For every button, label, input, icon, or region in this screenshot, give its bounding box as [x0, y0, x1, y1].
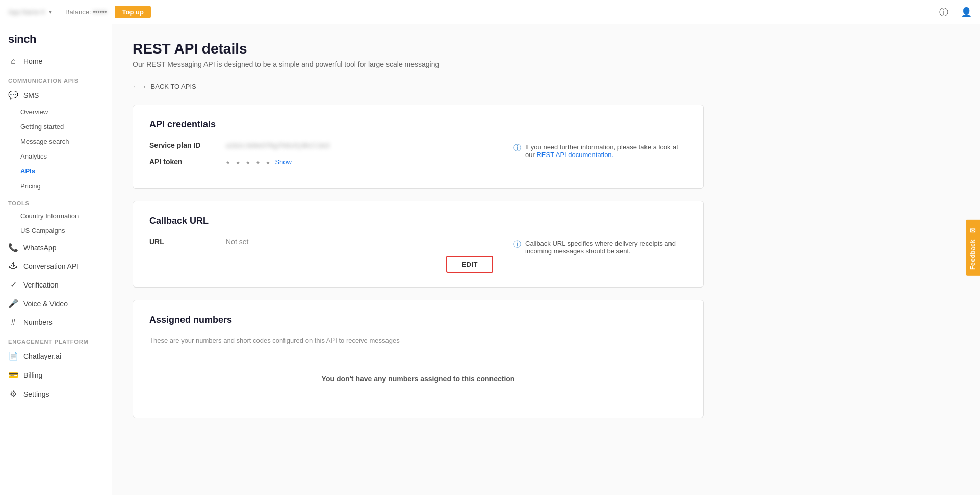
sidebar-sub-analytics[interactable]: Analytics: [0, 149, 112, 164]
chatlayer-label: Chatlayer.ai: [23, 352, 61, 360]
sidebar-item-chatlayer[interactable]: 📄 Chatlayer.ai: [0, 347, 112, 366]
main-content: REST API details Our REST Messaging API …: [112, 24, 980, 495]
sidebar-item-billing[interactable]: 💳 Billing: [0, 366, 112, 384]
edit-btn-container: EDIT: [149, 256, 493, 273]
sidebar-sub-message-search[interactable]: Message search: [0, 134, 112, 149]
sidebar-sub-overview[interactable]: Overview: [0, 105, 112, 119]
balance-label: Balance: ••••••: [65, 8, 107, 16]
voice-video-label: Voice & Video: [23, 300, 68, 308]
billing-icon: 💳: [8, 370, 18, 380]
sidebar-item-home[interactable]: ⌂ Home: [0, 52, 112, 70]
sidebar-item-settings[interactable]: ⚙ Settings: [0, 384, 112, 403]
engagement-section: Engagement Platform: [0, 331, 112, 347]
edit-button[interactable]: EDIT: [446, 256, 493, 273]
callback-url-title: Callback URL: [149, 216, 687, 226]
verification-icon: ✓: [8, 280, 18, 290]
account-icon[interactable]: 👤: [961, 7, 972, 18]
info-icon: ⓘ: [513, 143, 521, 153]
help-icon[interactable]: ⓘ: [939, 6, 948, 18]
sidebar-item-conversation-api[interactable]: 🕹 Conversation API: [0, 257, 112, 275]
topbar: App Name ▾ ▼ Balance: •••••• Top up ⓘ 👤: [0, 0, 980, 24]
sidebar-item-sms[interactable]: 💬 SMS: [0, 86, 112, 105]
sidebar-sub-country-info[interactable]: Country Information: [0, 209, 112, 223]
show-token-link[interactable]: Show: [275, 158, 292, 166]
sidebar-sub-us-campaigns[interactable]: US Campaigns: [0, 223, 112, 238]
conversation-api-icon: 🕹: [8, 262, 18, 271]
callback-url-fields: URL Not set EDIT: [149, 238, 493, 273]
page-title: REST API details: [133, 41, 704, 57]
service-plan-id-value: a1b2c3d4e5f6g7h8i9j0k1l2m3: [226, 142, 330, 149]
whatsapp-icon: 📞: [8, 243, 18, 252]
settings-icon: ⚙: [8, 389, 18, 399]
sidebar-sub-apis[interactable]: APIs: [0, 164, 112, 178]
service-plan-id-label: Service plan ID: [149, 141, 226, 149]
whatsapp-label: WhatsApp: [23, 244, 57, 252]
app-selector[interactable]: App Name ▾ ▼: [8, 8, 53, 16]
api-credentials-card: API credentials Service plan ID a1b2c3d4…: [133, 105, 704, 189]
back-to-apis-link[interactable]: ← ← BACK TO APIS: [133, 83, 704, 90]
billing-label: Billing: [23, 371, 42, 379]
tools-section: TOOLS: [0, 193, 112, 209]
sms-icon: 💬: [8, 90, 18, 100]
callback-url-info-text: Callback URL specifies where delivery re…: [525, 240, 687, 255]
numbers-icon: ​#: [8, 318, 18, 327]
sms-label: SMS: [23, 91, 39, 99]
assigned-numbers-title: Assigned numbers: [149, 315, 687, 325]
sidebar-sub-pricing[interactable]: Pricing: [0, 178, 112, 193]
rest-api-doc-link[interactable]: REST API documentation.: [536, 151, 613, 159]
no-numbers-message: You don't have any numbers assigned to t…: [149, 354, 687, 403]
sidebar-item-whatsapp[interactable]: 📞 WhatsApp: [0, 238, 112, 257]
settings-label: Settings: [23, 390, 49, 398]
numbers-label: Numbers: [23, 318, 53, 326]
sidebar-item-verification[interactable]: ✓ Verification: [0, 275, 112, 294]
url-row: URL Not set: [149, 238, 493, 246]
feedback-tab[interactable]: Feedback ✉: [966, 220, 980, 276]
logo: sinch: [0, 24, 112, 52]
app-name: App Name ▾: [8, 8, 45, 16]
feedback-icon: ✉: [969, 226, 977, 235]
comm-apis-section: Communication APIs: [0, 70, 112, 86]
balance-value: ••••••: [93, 8, 107, 16]
callback-url-info: ⓘ Callback URL specifies where delivery …: [513, 238, 687, 273]
chevron-down-icon: ▼: [48, 9, 53, 15]
verification-label: Verification: [23, 281, 58, 289]
api-token-masked: ★ ★ ★ ★ ★: [226, 158, 271, 166]
home-icon: ⌂: [8, 57, 18, 66]
assigned-numbers-card: Assigned numbers These are your numbers …: [133, 300, 704, 418]
url-value: Not set: [226, 238, 248, 246]
top-up-button[interactable]: Top up: [115, 6, 150, 18]
conversation-api-label: Conversation API: [23, 262, 79, 270]
api-credentials-title: API credentials: [149, 119, 687, 130]
feedback-label: Feedback: [969, 239, 976, 269]
back-label: ← BACK TO APIS: [142, 83, 196, 90]
sidebar-home-label: Home: [23, 57, 42, 65]
sidebar: sinch ⌂ Home Communication APIs 💬 SMS Ov…: [0, 24, 112, 495]
url-label: URL: [149, 238, 226, 246]
callback-info-icon: ⓘ: [513, 240, 521, 249]
service-plan-id-row: Service plan ID a1b2c3d4e5f6g7h8i9j0k1l2…: [149, 141, 493, 149]
chatlayer-icon: 📄: [8, 351, 18, 361]
voice-video-icon: 🎤: [8, 299, 18, 308]
api-credentials-info-text: If you need further information, please …: [525, 143, 687, 159]
api-token-row: API token ★ ★ ★ ★ ★ Show: [149, 158, 493, 166]
api-credentials-fields: Service plan ID a1b2c3d4e5f6g7h8i9j0k1l2…: [149, 141, 493, 174]
sidebar-item-numbers[interactable]: ​# Numbers: [0, 313, 112, 331]
api-credentials-inner: Service plan ID a1b2c3d4e5f6g7h8i9j0k1l2…: [149, 141, 687, 174]
sidebar-item-voice-video[interactable]: 🎤 Voice & Video: [0, 294, 112, 313]
brand-name: sinch: [8, 33, 36, 46]
api-credentials-info: ⓘ If you need further information, pleas…: [513, 141, 687, 174]
callback-url-inner: URL Not set EDIT ⓘ Callback URL specifie…: [149, 238, 687, 273]
sidebar-sub-getting-started[interactable]: Getting started: [0, 119, 112, 134]
back-arrow-icon: ←: [133, 83, 139, 90]
assigned-numbers-subtitle: These are your numbers and short codes c…: [149, 336, 687, 344]
page-subtitle: Our REST Messaging API is designed to be…: [133, 60, 704, 68]
api-token-label: API token: [149, 158, 226, 166]
callback-url-card: Callback URL URL Not set EDIT ⓘ Callback: [133, 201, 704, 288]
